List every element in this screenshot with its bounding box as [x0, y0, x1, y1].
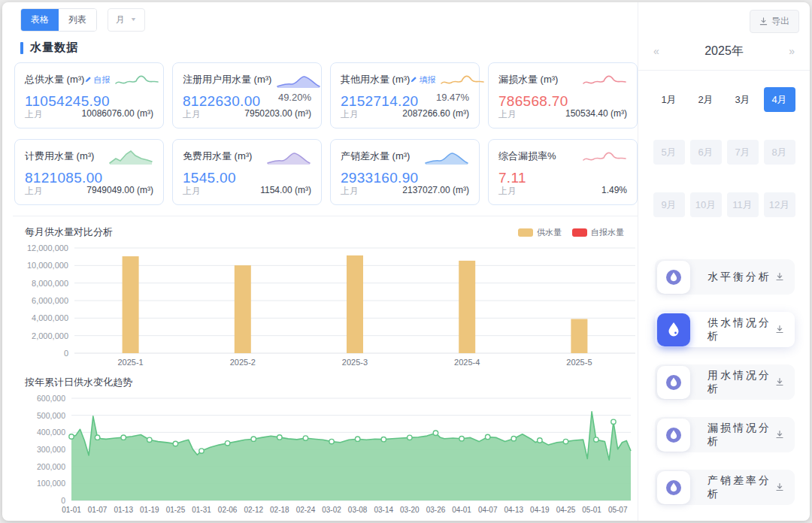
svg-text:2025-2: 2025-2	[230, 358, 256, 367]
month-cell-1[interactable]: 1月	[653, 87, 685, 112]
monthly-supply-bar-chart: 02,000,0004,000,0006,000,0008,000,00010,…	[13, 240, 643, 370]
download-icon[interactable]	[775, 428, 784, 442]
stat-card-title: 计费用水量 (m³)	[25, 150, 94, 163]
water-drop-icon	[664, 425, 683, 445]
area-chart-header: 按年累计日供水变化趋势	[25, 376, 624, 389]
stat-card-title: 其他用水量 (m³)	[341, 73, 410, 86]
prev-month-label: 上月	[25, 108, 43, 121]
sparkline-icon	[266, 147, 311, 165]
export-button[interactable]: 导出	[750, 10, 799, 33]
chevron-down-icon: ▼	[130, 17, 137, 23]
download-icon[interactable]	[775, 323, 784, 337]
analysis-button-3[interactable]: 漏损情况分析	[655, 417, 795, 452]
stat-card-prev-row: 上月10086076.00 (m³)	[25, 108, 153, 121]
analysis-button-4[interactable]: 产销差率分析	[655, 470, 795, 505]
svg-text:01-31: 01-31	[192, 506, 211, 514]
stat-card-value: 7.11	[498, 170, 627, 186]
stat-card-header: 其他用水量 (m³)填报	[341, 71, 469, 89]
next-year-icon[interactable]: »	[787, 45, 796, 57]
stat-card-7: 综合漏损率%7.11上月1.49%	[488, 139, 638, 205]
stat-card-percent: 19.47%	[436, 92, 469, 103]
legend-item-1[interactable]: 自报水量	[572, 227, 624, 238]
stat-card-2: 其他用水量 (m³)填报2152714.2019.47%上月2087266.60…	[330, 62, 480, 128]
download-icon[interactable]	[775, 376, 784, 389]
download-icon[interactable]	[775, 481, 784, 494]
prev-month-value: 10086076.00 (m³)	[82, 108, 153, 121]
svg-text:01-01: 01-01	[62, 506, 81, 514]
svg-text:03-26: 03-26	[426, 506, 446, 514]
stat-card-value: 8121085.00	[25, 170, 153, 186]
month-cell-8: 8月	[764, 140, 795, 165]
month-cell-2[interactable]: 2月	[690, 87, 722, 112]
svg-text:04-25: 04-25	[556, 506, 576, 514]
pen-icon	[410, 76, 417, 83]
svg-text:4,000,000: 4,000,000	[32, 313, 68, 322]
daily-supply-area-chart: 0100,000200,000300,000400,000500,000600,…	[13, 391, 643, 520]
bar-chart-header: 每月供水量对比分析 供水量自报水量	[25, 225, 624, 239]
svg-text:02-12: 02-12	[244, 506, 263, 514]
stat-card-title: 综合漏损率%	[498, 150, 556, 163]
water-drop-icon	[664, 268, 683, 287]
stat-card-percent: 49.20%	[278, 92, 311, 103]
analysis-button-label: 水平衡分析	[707, 271, 771, 284]
sparkline-icon	[108, 147, 153, 165]
month-cell-7: 7月	[727, 140, 759, 165]
water-drop-icon	[664, 478, 683, 497]
month-cell-4[interactable]: 4月	[764, 87, 795, 112]
month-cell-5: 5月	[653, 140, 685, 165]
svg-text:2025-3: 2025-3	[342, 358, 368, 367]
stat-card-header: 漏损水量 (m³)	[498, 71, 627, 89]
svg-text:600,000: 600,000	[37, 394, 65, 403]
area-chart-title: 按年累计日供水变化趋势	[25, 376, 132, 389]
view-tab-1[interactable]: 列表	[59, 9, 96, 31]
svg-text:500,000: 500,000	[37, 411, 65, 420]
analysis-icon-tile	[657, 366, 690, 399]
stat-card-title: 总供水量 (m³)	[25, 73, 84, 86]
report-badge: 填报	[410, 74, 435, 86]
svg-text:0: 0	[64, 349, 68, 358]
legend-item-0[interactable]: 供水量	[518, 227, 562, 238]
svg-text:05-07: 05-07	[608, 506, 628, 514]
sparkline-icon	[276, 71, 321, 89]
svg-text:02-18: 02-18	[270, 506, 289, 514]
svg-text:04-07: 04-07	[478, 506, 498, 514]
stat-card-title: 产销差水量 (m³)	[341, 150, 410, 163]
svg-text:2,000,000: 2,000,000	[32, 331, 68, 340]
view-switch: 表格列表	[20, 8, 97, 32]
month-cell-3[interactable]: 3月	[727, 87, 759, 112]
analysis-icon-tile	[657, 313, 690, 346]
stat-card-value: 2933160.90	[341, 170, 469, 186]
stat-card-header: 免费用水量 (m³)	[183, 147, 311, 165]
download-icon[interactable]	[775, 271, 784, 284]
stat-card-title: 漏损水量 (m³)	[498, 73, 558, 86]
month-cell-11: 11月	[727, 192, 759, 217]
period-select[interactable]: 月 ▼	[108, 8, 145, 32]
stat-card-header: 综合漏损率%	[498, 147, 627, 165]
analysis-button-2[interactable]: 用水情况分析	[655, 364, 795, 400]
month-grid: 1月2月3月4月5月6月7月8月9月10月11月12月	[638, 71, 810, 217]
svg-text:03-08: 03-08	[348, 506, 368, 514]
legend-label: 供水量	[537, 227, 562, 238]
prev-month-value: 2087266.60 (m³)	[402, 108, 469, 121]
analysis-icon-tile	[657, 419, 690, 452]
page-title: 水量数据	[30, 41, 78, 55]
bar-chart-legend: 供水量自报水量	[518, 227, 624, 238]
main-area: 表格列表 月 ▼ 水量数据 总供水量 (m³)自报11054245.90上月10…	[2, 2, 638, 521]
view-tab-0[interactable]: 表格	[21, 9, 59, 31]
stat-card-header: 产销差水量 (m³)	[341, 147, 469, 165]
stat-card-prev-row: 上月2137027.00 (m³)	[341, 185, 469, 198]
svg-text:0: 0	[61, 496, 65, 505]
report-badge: 自报	[84, 74, 110, 86]
svg-text:300,000: 300,000	[37, 445, 65, 454]
analysis-button-0[interactable]: 水平衡分析	[655, 259, 795, 295]
water-drop-icon	[664, 320, 683, 340]
stat-card-title: 注册用户用水量 (m³)	[183, 73, 271, 86]
svg-text:02-24: 02-24	[296, 506, 316, 514]
legend-swatch	[518, 228, 533, 237]
svg-text:10,000,000: 10,000,000	[27, 261, 68, 270]
analysis-button-1[interactable]: 供水情况分析	[655, 312, 795, 347]
month-cell-12: 12月	[764, 192, 795, 217]
prev-year-icon[interactable]: «	[652, 45, 661, 57]
month-cell-10: 10月	[690, 192, 722, 217]
section-title: 水量数据	[20, 41, 638, 55]
